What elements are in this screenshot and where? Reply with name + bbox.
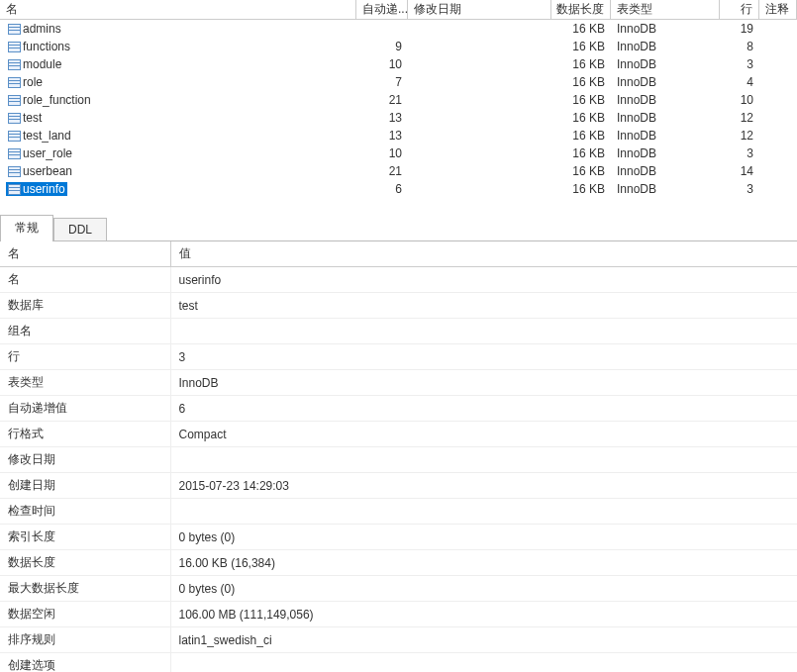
detail-row[interactable]: 排序规则latin1_swedish_ci [0, 627, 797, 653]
cell-auto-inc: 7 [356, 74, 408, 90]
cell-rows: 8 [720, 39, 759, 54]
table-row[interactable]: admins16 KBInnoDB19 [0, 20, 797, 38]
cell-rows: 14 [720, 163, 759, 179]
cell-data-len: 16 KB [551, 74, 611, 90]
detail-label: 自动递增值 [0, 396, 170, 422]
cell-modify-date [408, 117, 551, 119]
table-row[interactable]: userbean2116 KBInnoDB14 [0, 162, 797, 180]
header-modify-date[interactable]: 修改日期 [408, 0, 551, 20]
tables-list: 名 自动递... 修改日期 数据长度 表类型 行 注释 admins16 KBI… [0, 0, 797, 198]
detail-row[interactable]: 数据库test [0, 293, 797, 319]
cell-data-len: 16 KB [551, 181, 611, 197]
cell-rows: 3 [720, 56, 759, 72]
cell-auto-inc: 21 [356, 92, 408, 108]
detail-row[interactable]: 行3 [0, 344, 797, 370]
tab-ddl[interactable]: DDL [53, 218, 107, 240]
cell-modify-date [408, 152, 551, 154]
detail-label: 数据库 [0, 293, 170, 319]
table-icon [8, 42, 21, 52]
cell-rows: 3 [720, 181, 759, 197]
cell-table-type: InnoDB [611, 39, 720, 54]
detail-row[interactable]: 自动递增值6 [0, 396, 797, 422]
table-name: userbean [23, 164, 72, 178]
header-data-len[interactable]: 数据长度 [551, 0, 611, 20]
cell-data-len: 16 KB [551, 21, 611, 37]
cell-rows: 12 [720, 110, 759, 126]
table-icon [8, 24, 21, 35]
table-icon [8, 59, 21, 70]
detail-value [170, 319, 797, 344]
detail-row[interactable]: 创建选项 [0, 653, 797, 673]
cell-auto-inc: 10 [356, 56, 408, 72]
cell-table-type: InnoDB [611, 74, 720, 90]
detail-row[interactable]: 最大数据长度0 bytes (0) [0, 576, 797, 602]
cell-data-len: 16 KB [551, 163, 611, 179]
detail-row[interactable]: 数据空闲106.00 MB (111,149,056) [0, 602, 797, 627]
cell-comment [759, 46, 797, 48]
detail-label: 索引长度 [0, 525, 170, 550]
table-row[interactable]: module1016 KBInnoDB3 [0, 55, 797, 73]
detail-row[interactable]: 行格式Compact [0, 422, 797, 447]
cell-table-type: InnoDB [611, 163, 720, 179]
cell-data-len: 16 KB [551, 110, 611, 126]
detail-header-value[interactable]: 值 [170, 241, 797, 267]
table-icon [8, 77, 21, 88]
header-name[interactable]: 名 [0, 0, 356, 20]
detail-row[interactable]: 表类型InnoDB [0, 370, 797, 396]
detail-row[interactable]: 修改日期 [0, 447, 797, 473]
detail-value: Compact [170, 422, 797, 447]
cell-modify-date [408, 99, 551, 101]
detail-label: 最大数据长度 [0, 576, 170, 602]
table-name: test [23, 111, 42, 125]
header-table-type[interactable]: 表类型 [611, 0, 720, 20]
detail-row[interactable]: 检查时间 [0, 499, 797, 525]
detail-label: 数据长度 [0, 550, 170, 576]
cell-table-type: InnoDB [611, 56, 720, 72]
cell-comment [759, 135, 797, 137]
cell-modify-date [408, 46, 551, 48]
detail-value: InnoDB [170, 370, 797, 396]
cell-rows: 10 [720, 92, 759, 108]
cell-modify-date [408, 63, 551, 65]
cell-auto-inc: 9 [356, 39, 408, 54]
table-name: userinfo [23, 182, 65, 196]
detail-row[interactable]: 组名 [0, 319, 797, 344]
table-row[interactable]: role716 KBInnoDB4 [0, 73, 797, 91]
header-rows[interactable]: 行 [720, 0, 759, 20]
detail-label: 排序规则 [0, 627, 170, 653]
detail-header-name[interactable]: 名 [0, 241, 170, 267]
detail-value: 16.00 KB (16,384) [170, 550, 797, 576]
detail-row[interactable]: 索引长度0 bytes (0) [0, 525, 797, 550]
header-auto-inc[interactable]: 自动递... [356, 0, 408, 20]
cell-data-len: 16 KB [551, 145, 611, 161]
cell-rows: 19 [720, 21, 759, 37]
table-row[interactable]: test_land1316 KBInnoDB12 [0, 127, 797, 144]
tab-general[interactable]: 常规 [0, 215, 53, 240]
cell-comment [759, 188, 797, 190]
table-name: test_land [23, 129, 71, 143]
detail-row[interactable]: 名userinfo [0, 267, 797, 293]
header-comment[interactable]: 注释 [759, 0, 797, 20]
detail-row[interactable]: 数据长度16.00 KB (16,384) [0, 550, 797, 576]
detail-row[interactable]: 创建日期2015-07-23 14:29:03 [0, 473, 797, 499]
detail-value: 0 bytes (0) [170, 525, 797, 550]
table-name: user_role [23, 146, 72, 160]
table-row[interactable]: userinfo616 KBInnoDB3 [0, 180, 797, 198]
table-icon [8, 148, 21, 159]
cell-modify-date [408, 170, 551, 172]
table-row[interactable]: test1316 KBInnoDB12 [0, 109, 797, 127]
table-row[interactable]: role_function2116 KBInnoDB10 [0, 91, 797, 109]
detail-tabs: 常规 DDL [0, 218, 797, 241]
table-row[interactable]: user_role1016 KBInnoDB3 [0, 144, 797, 162]
detail-label: 检查时间 [0, 499, 170, 525]
cell-table-type: InnoDB [611, 145, 720, 161]
table-name: role_function [23, 93, 91, 107]
cell-auto-inc: 10 [356, 145, 408, 161]
cell-modify-date [408, 135, 551, 137]
cell-data-len: 16 KB [551, 128, 611, 144]
table-row[interactable]: functions916 KBInnoDB8 [0, 38, 797, 55]
cell-comment [759, 99, 797, 101]
cell-auto-inc: 21 [356, 163, 408, 179]
cell-comment [759, 152, 797, 154]
cell-auto-inc: 6 [356, 181, 408, 197]
